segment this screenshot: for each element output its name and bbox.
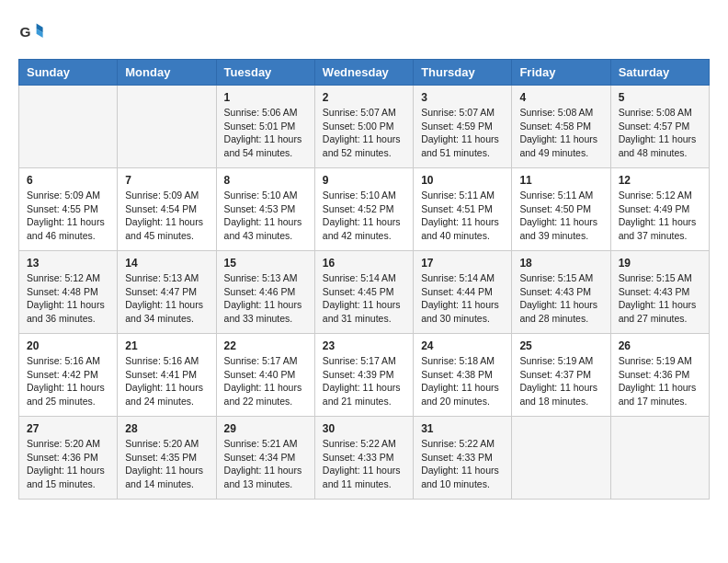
week-row-5: 27Sunrise: 5:20 AM Sunset: 4:36 PM Dayli…: [19, 417, 710, 500]
day-content: Sunrise: 5:12 AM Sunset: 4:48 PM Dayligh…: [27, 271, 109, 326]
day-content: Sunrise: 5:20 AM Sunset: 4:36 PM Dayligh…: [27, 437, 109, 491]
day-content: Sunrise: 5:07 AM Sunset: 4:59 PM Dayligh…: [421, 106, 504, 160]
day-content: Sunrise: 5:09 AM Sunset: 4:54 PM Dayligh…: [125, 189, 208, 243]
day-number: 1: [224, 91, 307, 104]
calendar-cell: 9Sunrise: 5:10 AM Sunset: 4:52 PM Daylig…: [314, 168, 413, 251]
day-number: 11: [519, 174, 602, 187]
calendar-cell: 19Sunrise: 5:15 AM Sunset: 4:43 PM Dayli…: [610, 251, 709, 334]
day-number: 12: [619, 174, 701, 187]
calendar-cell: 30Sunrise: 5:22 AM Sunset: 4:33 PM Dayli…: [314, 417, 413, 500]
calendar-body: 1Sunrise: 5:06 AM Sunset: 5:01 PM Daylig…: [19, 86, 710, 500]
day-number: 16: [323, 257, 405, 270]
weekday-header-friday: Friday: [512, 60, 610, 86]
calendar-cell: 11Sunrise: 5:11 AM Sunset: 4:50 PM Dayli…: [512, 168, 610, 251]
calendar-cell: 25Sunrise: 5:19 AM Sunset: 4:37 PM Dayli…: [512, 334, 610, 417]
day-content: Sunrise: 5:11 AM Sunset: 4:50 PM Dayligh…: [519, 189, 602, 243]
day-number: 15: [224, 257, 307, 270]
day-content: Sunrise: 5:07 AM Sunset: 5:00 PM Dayligh…: [323, 106, 405, 160]
day-number: 10: [421, 174, 504, 187]
day-content: Sunrise: 5:19 AM Sunset: 4:36 PM Dayligh…: [619, 354, 701, 408]
day-number: 6: [27, 174, 109, 187]
day-content: Sunrise: 5:15 AM Sunset: 4:43 PM Dayligh…: [619, 271, 701, 326]
calendar-cell: 12Sunrise: 5:12 AM Sunset: 4:49 PM Dayli…: [610, 168, 709, 251]
calendar-cell: 6Sunrise: 5:09 AM Sunset: 4:55 PM Daylig…: [19, 168, 118, 251]
day-number: 3: [421, 91, 504, 104]
calendar-header: SundayMondayTuesdayWednesdayThursdayFrid…: [19, 60, 710, 86]
day-content: Sunrise: 5:08 AM Sunset: 4:57 PM Dayligh…: [619, 106, 701, 160]
calendar-cell: 8Sunrise: 5:10 AM Sunset: 4:53 PM Daylig…: [216, 168, 314, 251]
calendar-cell: 13Sunrise: 5:12 AM Sunset: 4:48 PM Dayli…: [19, 251, 118, 334]
weekday-header-sunday: Sunday: [19, 60, 118, 86]
day-content: Sunrise: 5:06 AM Sunset: 5:01 PM Dayligh…: [224, 106, 307, 160]
calendar-cell: 14Sunrise: 5:13 AM Sunset: 4:47 PM Dayli…: [118, 251, 216, 334]
day-content: Sunrise: 5:11 AM Sunset: 4:51 PM Dayligh…: [421, 189, 504, 243]
day-number: 4: [519, 91, 602, 104]
calendar-cell: 7Sunrise: 5:09 AM Sunset: 4:54 PM Daylig…: [118, 168, 216, 251]
day-content: Sunrise: 5:16 AM Sunset: 4:42 PM Dayligh…: [27, 354, 109, 408]
day-content: Sunrise: 5:18 AM Sunset: 4:38 PM Dayligh…: [421, 354, 504, 408]
day-content: Sunrise: 5:08 AM Sunset: 4:58 PM Dayligh…: [519, 106, 602, 160]
day-content: Sunrise: 5:22 AM Sunset: 4:33 PM Dayligh…: [323, 437, 405, 491]
day-number: 25: [519, 339, 602, 352]
week-row-1: 1Sunrise: 5:06 AM Sunset: 5:01 PM Daylig…: [19, 86, 710, 168]
day-number: 20: [27, 339, 109, 352]
day-content: Sunrise: 5:19 AM Sunset: 4:37 PM Dayligh…: [519, 354, 602, 408]
calendar-cell: [19, 86, 118, 168]
day-content: Sunrise: 5:20 AM Sunset: 4:35 PM Dayligh…: [125, 437, 208, 491]
calendar-cell: 24Sunrise: 5:18 AM Sunset: 4:38 PM Dayli…: [414, 334, 512, 417]
day-content: Sunrise: 5:14 AM Sunset: 4:45 PM Dayligh…: [323, 271, 405, 326]
day-content: Sunrise: 5:10 AM Sunset: 4:52 PM Dayligh…: [323, 189, 405, 243]
day-content: Sunrise: 5:09 AM Sunset: 4:55 PM Dayligh…: [27, 189, 109, 243]
logo: G: [18, 18, 48, 44]
calendar-cell: 18Sunrise: 5:15 AM Sunset: 4:43 PM Dayli…: [512, 251, 610, 334]
calendar-cell: 2Sunrise: 5:07 AM Sunset: 5:00 PM Daylig…: [314, 86, 413, 168]
page-header: G: [18, 18, 710, 44]
day-number: 28: [125, 422, 208, 435]
calendar-cell: [610, 417, 709, 500]
calendar-cell: 29Sunrise: 5:21 AM Sunset: 4:34 PM Dayli…: [216, 417, 314, 500]
week-row-2: 6Sunrise: 5:09 AM Sunset: 4:55 PM Daylig…: [19, 168, 710, 251]
weekday-header-row: SundayMondayTuesdayWednesdayThursdayFrid…: [19, 60, 710, 86]
day-number: 13: [27, 257, 109, 270]
day-number: 14: [125, 257, 208, 270]
day-content: Sunrise: 5:16 AM Sunset: 4:41 PM Dayligh…: [125, 354, 208, 408]
day-number: 30: [323, 422, 405, 435]
day-number: 8: [224, 174, 307, 187]
day-content: Sunrise: 5:13 AM Sunset: 4:47 PM Dayligh…: [125, 271, 208, 326]
calendar-cell: 10Sunrise: 5:11 AM Sunset: 4:51 PM Dayli…: [414, 168, 512, 251]
week-row-4: 20Sunrise: 5:16 AM Sunset: 4:42 PM Dayli…: [19, 334, 710, 417]
day-content: Sunrise: 5:22 AM Sunset: 4:33 PM Dayligh…: [421, 437, 504, 491]
day-number: 19: [619, 257, 701, 270]
day-content: Sunrise: 5:13 AM Sunset: 4:46 PM Dayligh…: [224, 271, 307, 326]
day-number: 23: [323, 339, 405, 352]
day-content: Sunrise: 5:12 AM Sunset: 4:49 PM Dayligh…: [619, 189, 701, 243]
calendar-cell: 3Sunrise: 5:07 AM Sunset: 4:59 PM Daylig…: [414, 86, 512, 168]
weekday-header-thursday: Thursday: [414, 60, 512, 86]
week-row-3: 13Sunrise: 5:12 AM Sunset: 4:48 PM Dayli…: [19, 251, 710, 334]
day-number: 24: [421, 339, 504, 352]
calendar-cell: 21Sunrise: 5:16 AM Sunset: 4:41 PM Dayli…: [118, 334, 216, 417]
calendar-cell: 1Sunrise: 5:06 AM Sunset: 5:01 PM Daylig…: [216, 86, 314, 168]
logo-icon: G: [18, 18, 44, 44]
day-content: Sunrise: 5:15 AM Sunset: 4:43 PM Dayligh…: [519, 271, 602, 326]
day-number: 18: [519, 257, 602, 270]
day-content: Sunrise: 5:17 AM Sunset: 4:39 PM Dayligh…: [323, 354, 405, 408]
day-content: Sunrise: 5:14 AM Sunset: 4:44 PM Dayligh…: [421, 271, 504, 326]
calendar-cell: 31Sunrise: 5:22 AM Sunset: 4:33 PM Dayli…: [414, 417, 512, 500]
calendar-cell: 5Sunrise: 5:08 AM Sunset: 4:57 PM Daylig…: [610, 86, 709, 168]
day-number: 31: [421, 422, 504, 435]
calendar-cell: 26Sunrise: 5:19 AM Sunset: 4:36 PM Dayli…: [610, 334, 709, 417]
calendar-cell: 4Sunrise: 5:08 AM Sunset: 4:58 PM Daylig…: [512, 86, 610, 168]
calendar-cell: 27Sunrise: 5:20 AM Sunset: 4:36 PM Dayli…: [19, 417, 118, 500]
calendar-cell: 15Sunrise: 5:13 AM Sunset: 4:46 PM Dayli…: [216, 251, 314, 334]
calendar-cell: 17Sunrise: 5:14 AM Sunset: 4:44 PM Dayli…: [414, 251, 512, 334]
svg-text:G: G: [19, 24, 30, 40]
weekday-header-monday: Monday: [118, 60, 216, 86]
calendar-table: SundayMondayTuesdayWednesdayThursdayFrid…: [18, 59, 710, 500]
calendar-cell: 23Sunrise: 5:17 AM Sunset: 4:39 PM Dayli…: [314, 334, 413, 417]
day-content: Sunrise: 5:17 AM Sunset: 4:40 PM Dayligh…: [224, 354, 307, 408]
day-content: Sunrise: 5:10 AM Sunset: 4:53 PM Dayligh…: [224, 189, 307, 243]
weekday-header-saturday: Saturday: [610, 60, 709, 86]
day-number: 27: [27, 422, 109, 435]
day-number: 21: [125, 339, 208, 352]
